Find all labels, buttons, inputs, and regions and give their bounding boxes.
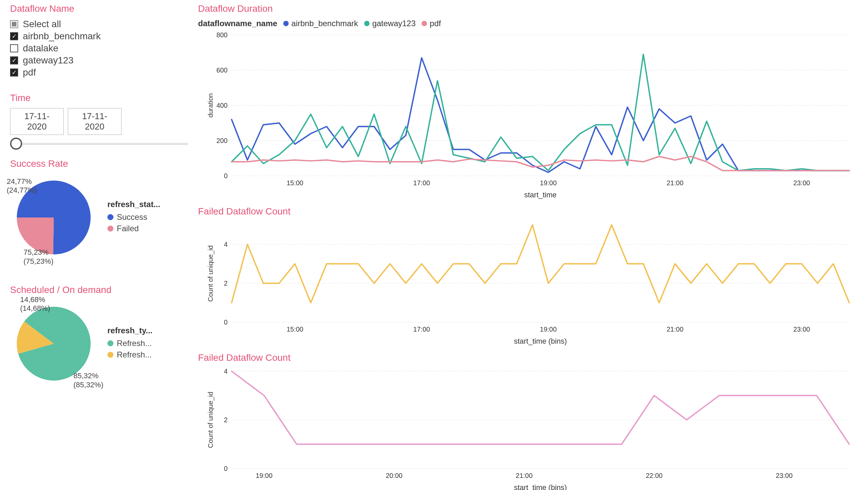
svg-text:0: 0 — [224, 172, 227, 180]
legend-item: airbnb_benchmark — [283, 19, 358, 28]
legend-item: Refresh... — [107, 350, 152, 360]
filter-check-airbnb_benchmark[interactable]: ✓airbnb_benchmark — [10, 31, 191, 41]
failed1-title: Failed Dataflow Count — [198, 206, 858, 217]
svg-text:15:00: 15:00 — [287, 326, 304, 333]
svg-text:duration: duration — [207, 93, 214, 118]
svg-text:4: 4 — [224, 241, 227, 248]
time-title: Time — [10, 93, 191, 103]
svg-text:15:00: 15:00 — [287, 179, 304, 187]
duration-chart: 0200400600800duration15:0017:0019:0021:0… — [198, 32, 856, 200]
success-rate-legend: refresh_stat... SuccessFailed — [107, 200, 160, 235]
scheduled-legend: refresh_ty... Refresh...Refresh... — [107, 326, 152, 362]
failed-chart-1: 024Count of unique_id15:0017:0019:0021:0… — [198, 221, 856, 346]
pie-label-scheduled: 85,32% (85,32%) — [73, 371, 103, 389]
checkbox-label: pdf — [23, 67, 36, 78]
scheduled-block: Scheduled / On demand 14,68% (14,68%) 85… — [10, 285, 191, 397]
svg-text:17:00: 17:00 — [413, 326, 430, 333]
legend-item: pdf — [422, 19, 441, 28]
filter-check-datalake[interactable]: datalake — [10, 43, 191, 54]
svg-text:22:00: 22:00 — [646, 472, 662, 479]
time-slider-handle[interactable] — [10, 137, 22, 150]
legend-swatch-icon — [422, 21, 427, 26]
checkbox-icon: ✓ — [10, 32, 18, 40]
svg-text:23:00: 23:00 — [793, 326, 810, 333]
svg-text:23:00: 23:00 — [793, 179, 810, 187]
failed2-title: Failed Dataflow Count — [198, 353, 858, 363]
filter-title: Dataflow Name — [10, 3, 191, 14]
time-slider-track[interactable] — [13, 143, 188, 145]
svg-text:20:00: 20:00 — [386, 472, 402, 479]
dataflow-name-filter: Dataflow Name Select all✓airbnb_benchmar… — [10, 3, 191, 79]
time-filter: Time 17-11-2020 17-11-2020 — [10, 93, 191, 145]
legend-item: gateway123 — [364, 19, 415, 28]
legend-swatch-icon — [283, 21, 289, 26]
duration-legend: dataflowname_name airbnb_benchmarkgatewa… — [198, 19, 858, 28]
failed-chart-2-panel: Failed Dataflow Count 024Count of unique… — [198, 353, 858, 490]
checkbox-label: Select all — [23, 19, 61, 30]
legend-swatch-icon — [107, 352, 114, 358]
pie-label-ondemand: 14,68% (14,68%) — [20, 295, 50, 313]
svg-text:17:00: 17:00 — [413, 179, 430, 187]
legend-swatch-icon — [107, 214, 114, 220]
svg-text:4: 4 — [224, 368, 227, 375]
duration-chart-panel: Dataflow Duration dataflowname_name airb… — [198, 3, 858, 200]
svg-text:19:00: 19:00 — [540, 179, 557, 187]
svg-text:21:00: 21:00 — [516, 472, 533, 479]
checkbox-icon: ✓ — [10, 56, 18, 64]
legend-swatch-icon — [364, 21, 370, 26]
legend-item: Failed — [107, 224, 160, 233]
filter-check-pdf[interactable]: ✓pdf — [10, 67, 191, 78]
checkbox-label: airbnb_benchmark — [23, 31, 101, 41]
time-from-input[interactable]: 17-11-2020 — [10, 108, 64, 135]
svg-text:19:00: 19:00 — [256, 472, 273, 479]
svg-text:200: 200 — [217, 137, 227, 144]
checkbox-icon: ✓ — [10, 68, 18, 76]
scheduled-title: Scheduled / On demand — [10, 285, 191, 295]
pie-label-failed: 24,77% (24,77%) — [7, 177, 37, 195]
svg-text:800: 800 — [217, 32, 227, 39]
time-to-input[interactable]: 17-11-2020 — [68, 108, 122, 135]
filter-check-Select-all[interactable]: Select all — [10, 19, 191, 30]
svg-text:Count of unique_id: Count of unique_id — [207, 392, 215, 448]
failed-chart-2: 024Count of unique_id19:0020:0021:0022:0… — [198, 368, 856, 490]
svg-text:23:00: 23:00 — [776, 472, 793, 479]
success-rate-block: Success Rate 24,77% (24,77%) 75,23% (75,… — [10, 158, 191, 271]
failed-chart-1-panel: Failed Dataflow Count 024Count of unique… — [198, 206, 858, 346]
svg-text:600: 600 — [217, 66, 227, 74]
svg-text:0: 0 — [224, 318, 227, 326]
legend-swatch-icon — [107, 340, 114, 346]
duration-title: Dataflow Duration — [198, 3, 858, 14]
svg-text:0: 0 — [224, 465, 227, 472]
legend-swatch-icon — [107, 225, 114, 232]
svg-text:2: 2 — [224, 416, 227, 424]
checkbox-label: gateway123 — [23, 55, 73, 66]
svg-text:start_time: start_time — [524, 191, 557, 199]
legend-item: Refresh... — [107, 339, 152, 348]
filter-check-gateway123[interactable]: ✓gateway123 — [10, 55, 191, 66]
svg-text:400: 400 — [217, 102, 227, 109]
checkbox-label: datalake — [23, 43, 58, 54]
svg-text:Count of unique_id: Count of unique_id — [207, 245, 215, 302]
legend-item: Success — [107, 212, 160, 222]
svg-text:2: 2 — [224, 280, 227, 287]
svg-text:start_time (bins): start_time (bins) — [514, 483, 567, 490]
svg-text:21:00: 21:00 — [666, 179, 683, 187]
checkbox-icon — [10, 44, 18, 52]
svg-text:19:00: 19:00 — [540, 326, 557, 333]
svg-text:21:00: 21:00 — [666, 326, 683, 333]
success-rate-title: Success Rate — [10, 158, 191, 169]
checkbox-icon — [10, 20, 18, 28]
pie-label-success: 75,23% (75,23%) — [24, 248, 53, 266]
svg-text:start_time (bins): start_time (bins) — [514, 337, 567, 345]
